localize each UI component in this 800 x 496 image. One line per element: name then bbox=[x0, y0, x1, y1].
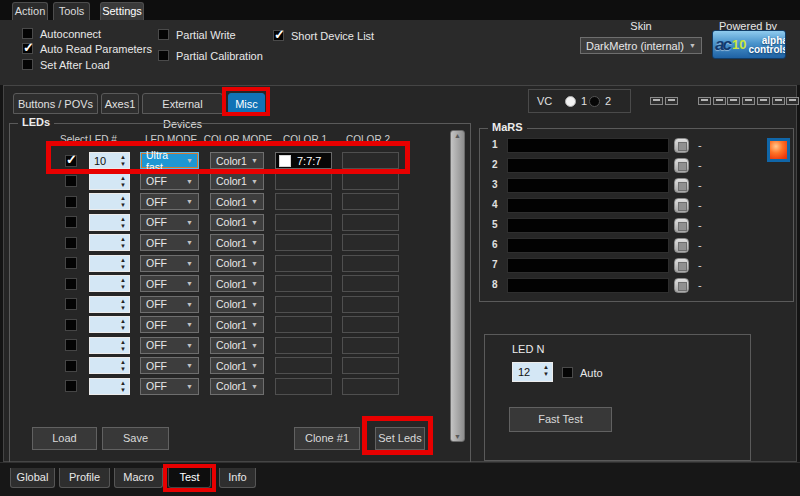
tab-global[interactable]: Global bbox=[10, 468, 55, 488]
spinner-arrows-icon[interactable]: ▲▼ bbox=[120, 359, 126, 373]
led-number-spinner[interactable]: ▲▼ bbox=[89, 234, 130, 251]
indicator-dash-button[interactable] bbox=[742, 97, 755, 105]
indicator-dash-button[interactable] bbox=[757, 97, 770, 105]
mars-check-button[interactable] bbox=[674, 178, 689, 193]
mars-check-button[interactable] bbox=[674, 158, 689, 173]
color-mode-select[interactable]: Color1▼ bbox=[210, 296, 264, 313]
spinner-arrows-icon[interactable]: ▲▼ bbox=[120, 195, 126, 209]
vc-radio-2[interactable] bbox=[589, 96, 600, 107]
menu-tab-tools[interactable]: Tools bbox=[53, 2, 90, 20]
mars-check-button[interactable] bbox=[674, 198, 689, 213]
spinner-arrows-icon[interactable]: ▲▼ bbox=[120, 257, 126, 271]
led-select-checkbox[interactable] bbox=[65, 257, 77, 269]
color2-field[interactable] bbox=[342, 152, 399, 169]
led-mode-select[interactable]: OFF▼ bbox=[140, 337, 199, 354]
led-mode-select[interactable]: OFF▼ bbox=[140, 296, 199, 313]
color1-field[interactable] bbox=[275, 193, 332, 210]
checkbox-partial-write[interactable]: Partial Write bbox=[158, 28, 236, 41]
color-mode-select[interactable]: Color1▼ bbox=[210, 337, 264, 354]
led-mode-select[interactable]: OFF▼ bbox=[140, 193, 199, 210]
color1-field[interactable]: 7:7:7 bbox=[275, 152, 332, 169]
tab-profile[interactable]: Profile bbox=[59, 468, 110, 488]
checkbox-auto[interactable]: Auto bbox=[562, 366, 603, 379]
spinner-arrows-icon[interactable]: ▲▼ bbox=[120, 216, 126, 230]
led-select-checkbox[interactable] bbox=[65, 319, 77, 331]
led-select-checkbox[interactable] bbox=[65, 175, 77, 187]
led-mode-select[interactable]: OFF▼ bbox=[140, 378, 199, 395]
checkbox-auto-read-parameters[interactable]: Auto Read Parameters bbox=[22, 42, 152, 55]
color-mode-select[interactable]: Color1▼ bbox=[210, 234, 264, 251]
color2-field[interactable] bbox=[342, 357, 399, 374]
color1-field[interactable] bbox=[275, 316, 332, 333]
checkbox-short-device-list[interactable]: Short Device List bbox=[273, 29, 374, 42]
color1-field[interactable] bbox=[275, 173, 332, 190]
color2-field[interactable] bbox=[342, 316, 399, 333]
led-mode-select[interactable]: OFF▼ bbox=[140, 173, 199, 190]
spinner-arrows-icon[interactable]: ▲▼ bbox=[120, 175, 126, 189]
tab-axes1[interactable]: Axes1 bbox=[101, 93, 139, 114]
save-button[interactable]: Save bbox=[102, 427, 169, 450]
color2-field[interactable] bbox=[342, 378, 399, 395]
indicator-dash-button[interactable] bbox=[665, 97, 678, 105]
color-mode-select[interactable]: Color1▼ bbox=[210, 255, 264, 272]
color1-field[interactable] bbox=[275, 255, 332, 272]
tab-misc[interactable]: Misc bbox=[228, 93, 265, 114]
color-mode-select[interactable]: Color1▼ bbox=[210, 173, 264, 190]
indicator-dash-button[interactable] bbox=[650, 97, 663, 105]
spinner-arrows-icon[interactable]: ▲▼ bbox=[120, 339, 126, 353]
spinner-arrows-icon[interactable]: ▲▼ bbox=[120, 298, 126, 312]
tab-buttons-povs[interactable]: Buttons / POVs bbox=[13, 93, 98, 114]
led-select-checkbox[interactable] bbox=[65, 216, 77, 228]
tab-test[interactable]: Test bbox=[168, 468, 211, 488]
color1-field[interactable] bbox=[275, 275, 332, 292]
skin-dropdown[interactable]: DarkMetro (internal) ▼ bbox=[580, 37, 702, 54]
led-number-spinner[interactable]: ▲▼ bbox=[89, 316, 130, 333]
spinner-arrows-icon[interactable]: ▲▼ bbox=[120, 318, 126, 332]
led-n-spinner[interactable]: 12 ▲▼ bbox=[512, 362, 553, 382]
indicator-dash-button[interactable] bbox=[713, 97, 726, 105]
color-mode-select[interactable]: Color1▼ bbox=[210, 152, 264, 169]
color2-field[interactable] bbox=[342, 234, 399, 251]
tab-macro[interactable]: Macro bbox=[114, 468, 163, 488]
color1-field[interactable] bbox=[275, 214, 332, 231]
color2-field[interactable] bbox=[342, 296, 399, 313]
led-select-checkbox[interactable] bbox=[65, 380, 77, 392]
menu-tab-action[interactable]: Action bbox=[12, 2, 48, 20]
led-mode-select[interactable]: OFF▼ bbox=[140, 255, 199, 272]
color-mode-select[interactable]: Color1▼ bbox=[210, 378, 264, 395]
tab-info[interactable]: Info bbox=[219, 468, 256, 488]
color-mode-select[interactable]: Color1▼ bbox=[210, 193, 264, 210]
indicator-dash-button[interactable] bbox=[727, 97, 740, 105]
mars-value-field[interactable] bbox=[507, 178, 669, 193]
checkbox-autoconnect[interactable]: Autoconnect bbox=[22, 27, 101, 40]
color-mode-select[interactable]: Color1▼ bbox=[210, 316, 264, 333]
led-table-scrollbar[interactable] bbox=[450, 130, 465, 442]
color2-field[interactable] bbox=[342, 255, 399, 272]
mars-value-field[interactable] bbox=[507, 138, 669, 153]
mars-value-field[interactable] bbox=[507, 278, 669, 293]
led-select-checkbox[interactable] bbox=[65, 155, 77, 167]
color-mode-select[interactable]: Color1▼ bbox=[210, 214, 264, 231]
led-select-checkbox[interactable] bbox=[65, 360, 77, 372]
led-mode-select[interactable]: OFF▼ bbox=[140, 316, 199, 333]
color2-field[interactable] bbox=[342, 275, 399, 292]
color2-field[interactable] bbox=[342, 173, 399, 190]
set-leds-button[interactable]: Set Leds bbox=[375, 427, 425, 450]
spinner-arrows-icon[interactable]: ▲▼ bbox=[120, 380, 126, 394]
led-select-checkbox[interactable] bbox=[65, 196, 77, 208]
led-number-spinner[interactable]: ▲▼ bbox=[89, 337, 130, 354]
color1-field[interactable] bbox=[275, 357, 332, 374]
spinner-arrows-icon[interactable]: ▲▼ bbox=[120, 154, 126, 168]
mars-value-field[interactable] bbox=[507, 238, 669, 253]
tab-external-devices[interactable]: External Devices bbox=[142, 93, 223, 114]
led-number-spinner[interactable]: ▲▼ bbox=[89, 214, 130, 231]
led-select-checkbox[interactable] bbox=[65, 339, 77, 351]
led-mode-select[interactable]: OFF▼ bbox=[140, 214, 199, 231]
color-mode-select[interactable]: Color1▼ bbox=[210, 357, 264, 374]
led-number-spinner[interactable]: ▲▼ bbox=[89, 173, 130, 190]
led-mode-select[interactable]: OFF▼ bbox=[140, 234, 199, 251]
spinner-arrows-icon[interactable]: ▲▼ bbox=[543, 364, 549, 378]
mars-check-button[interactable] bbox=[674, 138, 689, 153]
mars-value-field[interactable] bbox=[507, 258, 669, 273]
mars-check-button[interactable] bbox=[674, 238, 689, 253]
